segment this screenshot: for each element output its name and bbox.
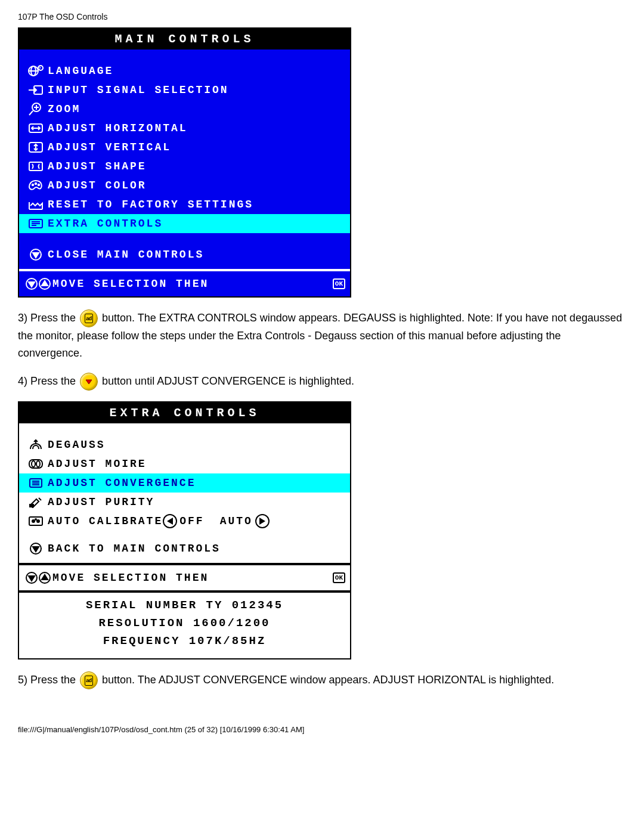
menu-label: ADJUST HORIZONTAL	[48, 122, 345, 134]
instruction-step-3: 3) Press the ad button. The EXTRA CONTRO…	[18, 309, 626, 362]
zoom-icon	[24, 102, 48, 116]
menu-label: ADJUST MOIRE	[48, 458, 345, 470]
svg-point-34	[32, 461, 35, 467]
step4-text-a: 4) Press the	[18, 375, 79, 387]
document-header: 107P The OSD Controls	[18, 12, 626, 21]
up-down-arrows-icon	[24, 571, 52, 584]
menu-item-adjust-color[interactable]: ADJUST COLOR	[19, 176, 350, 195]
ok-icon: OK	[333, 572, 345, 583]
convergence-icon	[24, 477, 48, 489]
main-controls-body: ? LANGUAGE INPUT SIGNAL SELECTION ZOOM A…	[19, 49, 350, 296]
ok-button-icon: ad	[80, 671, 98, 689]
menu-label: BACK TO MAIN CONTROLS	[48, 543, 345, 555]
extra-controls-title: EXTRA CONTROLS	[19, 402, 350, 423]
up-down-arrows-icon	[24, 277, 52, 290]
moire-icon	[24, 458, 48, 470]
right-triangle-icon	[255, 514, 270, 528]
menu-item-adjust-vertical[interactable]: ADJUST VERTICAL	[19, 138, 350, 157]
menu-label: ZOOM	[48, 103, 345, 115]
down-arrow-circle-icon	[24, 542, 48, 555]
serial-number: SERIAL NUMBER TY 012345	[19, 596, 350, 614]
extra-controls-osd: EXTRA CONTROLS DEGAUSS ADJUST MOIRE ADJU…	[18, 401, 351, 659]
menu-item-adjust-moire[interactable]: ADJUST MOIRE	[19, 454, 350, 473]
menu-item-back[interactable]: BACK TO MAIN CONTROLS	[19, 539, 350, 558]
menu-item-reset-factory[interactable]: RESET TO FACTORY SETTINGS	[19, 195, 350, 214]
degauss-icon	[24, 438, 48, 451]
factory-icon	[24, 199, 48, 210]
svg-point-17	[35, 183, 36, 184]
menu-label: ADJUST CONVERGENCE	[48, 477, 345, 489]
auto-calibrate-options: OFF AUTO	[163, 514, 270, 528]
off-label: OFF	[179, 515, 204, 527]
svg-point-42	[32, 520, 35, 522]
menu-label: EXTRA CONTROLS	[48, 218, 345, 230]
menu-item-zoom[interactable]: ZOOM	[19, 100, 350, 119]
ok-icon: OK	[333, 278, 345, 289]
down-button-icon	[80, 373, 98, 391]
down-arrow-circle-icon	[24, 248, 48, 261]
menu-label: ADJUST PURITY	[48, 496, 345, 508]
menu-label: AUTO CALIBRATE	[48, 515, 163, 527]
extra-osd-footer: MOVE SELECTION THEN OK	[19, 563, 350, 593]
monitor-info-block: SERIAL NUMBER TY 012345 RESOLUTION 1600/…	[19, 593, 350, 658]
svg-marker-26	[33, 253, 39, 258]
svg-rect-40	[30, 504, 33, 507]
footer-text: MOVE SELECTION THEN	[52, 572, 330, 584]
svg-rect-15	[29, 162, 42, 171]
vertical-icon	[24, 141, 48, 153]
menu-item-language[interactable]: ? LANGUAGE	[19, 61, 350, 80]
main-osd-footer: MOVE SELECTION THEN OK	[19, 269, 350, 296]
globe-icon: ?	[24, 64, 48, 78]
menu-item-close[interactable]: CLOSE MAIN CONTROLS	[19, 245, 350, 264]
svg-point-18	[38, 184, 39, 185]
svg-marker-48	[29, 576, 35, 581]
svg-point-43	[37, 520, 39, 522]
menu-item-adjust-shape[interactable]: ADJUST SHAPE	[19, 157, 350, 176]
menu-label: ADJUST COLOR	[48, 179, 345, 191]
svg-marker-46	[33, 547, 39, 552]
menu-label: DEGAUSS	[48, 439, 345, 451]
shape-icon	[24, 160, 48, 172]
left-triangle-icon	[163, 514, 177, 528]
svg-marker-30	[42, 281, 48, 286]
horizontal-icon	[24, 122, 48, 134]
svg-point-16	[32, 184, 33, 185]
footer-text: MOVE SELECTION THEN	[52, 278, 330, 290]
frequency: FREQUENCY 107K/85HZ	[19, 632, 350, 650]
main-controls-osd: MAIN CONTROLS ? LANGUAGE INPUT SIGNAL SE…	[18, 27, 351, 298]
menu-item-auto-calibrate[interactable]: AUTO CALIBRATE OFF AUTO	[19, 512, 350, 531]
instruction-step-4: 4) Press the button until ADJUST CONVERG…	[18, 373, 626, 391]
svg-point-44	[35, 519, 36, 520]
menu-item-extra-controls[interactable]: EXTRA CONTROLS	[19, 214, 350, 233]
svg-text:?: ?	[38, 66, 42, 70]
menu-label: RESET TO FACTORY SETTINGS	[48, 199, 345, 210]
svg-marker-31	[86, 380, 92, 384]
step3-text-b: button. The EXTRA CONTROLS window appear…	[18, 312, 622, 359]
input-icon	[24, 84, 48, 96]
step3-text-a: 3) Press the	[18, 312, 79, 324]
menu-item-input-signal[interactable]: INPUT SIGNAL SELECTION	[19, 80, 350, 100]
resolution: RESOLUTION 1600/1200	[19, 614, 350, 632]
extra-controls-body: DEGAUSS ADJUST MOIRE ADJUST CONVERGENCE …	[19, 423, 350, 658]
step5-text-b: button. The ADJUST CONVERGENCE window ap…	[102, 674, 554, 686]
menu-label: ADJUST VERTICAL	[48, 141, 345, 153]
menu-label: CLOSE MAIN CONTROLS	[48, 249, 345, 261]
menu-item-adjust-purity[interactable]: ADJUST PURITY	[19, 493, 350, 512]
step5-text-a: 5) Press the	[18, 674, 79, 686]
menu-item-adjust-convergence[interactable]: ADJUST CONVERGENCE	[19, 473, 350, 493]
ok-button-icon: ad	[80, 309, 98, 327]
step4-text-b: button until ADJUST CONVERGENCE is highl…	[102, 375, 354, 387]
svg-marker-50	[42, 575, 48, 580]
calibrate-icon	[24, 515, 48, 527]
menu-label: INPUT SIGNAL SELECTION	[48, 84, 345, 96]
menu-item-degauss[interactable]: DEGAUSS	[19, 435, 350, 454]
main-controls-title: MAIN CONTROLS	[19, 29, 350, 49]
menu-item-adjust-horizontal[interactable]: ADJUST HORIZONTAL	[19, 119, 350, 138]
auto-label: AUTO	[220, 515, 253, 527]
svg-point-35	[36, 461, 40, 467]
list-icon	[24, 218, 48, 230]
page-footer: file:///G|/manual/english/107P/osd/osd_c…	[18, 725, 626, 734]
instruction-step-5: 5) Press the ad button. The ADJUST CONVE…	[18, 671, 626, 689]
purity-icon	[24, 496, 48, 508]
menu-label: ADJUST SHAPE	[48, 160, 345, 172]
